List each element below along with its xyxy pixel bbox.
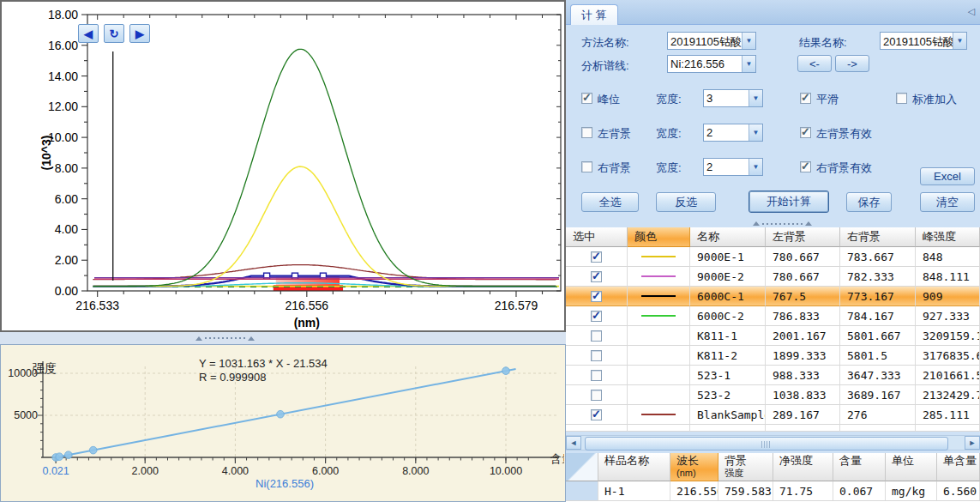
- splitter-handle[interactable]: [195, 336, 255, 341]
- sample-cell: 71.75: [773, 485, 813, 498]
- prev-line-button[interactable]: <-: [797, 55, 832, 72]
- right-bg-valid-checkbox[interactable]: [800, 161, 811, 172]
- select-all-corner-cell[interactable]: [566, 453, 598, 481]
- left-bg-width-combobox[interactable]: 2 ▼: [703, 124, 763, 142]
- clear-button[interactable]: 清空: [920, 192, 975, 212]
- right-bg-value: 782.333: [840, 270, 894, 283]
- left-arrow-icon: ◀: [84, 27, 93, 40]
- calibration-equation: Y = 1031.163 * X - 21.534: [199, 357, 328, 370]
- spectral-chart[interactable]: 0.002.004.006.008.0010.0012.0014.0016.00…: [2, 2, 564, 330]
- column-header-2[interactable]: 颜色: [628, 227, 690, 247]
- refresh-button[interactable]: ↻: [104, 24, 124, 43]
- table-row[interactable]: K811-21899.3335801.53176835.667: [566, 346, 980, 366]
- left-bg-value: 1899.333: [766, 349, 827, 362]
- column-header-1[interactable]: 选中: [566, 227, 628, 247]
- column-header-3[interactable]: 名称: [690, 227, 766, 247]
- sample-column-header-2[interactable]: 波长(nm): [670, 453, 718, 481]
- left-arrow-icon: ◄: [570, 438, 578, 447]
- analysis-line-combobox[interactable]: Ni:216.556 ▼: [667, 55, 756, 73]
- horizontal-splitter-right[interactable]: [566, 220, 980, 227]
- right-bg-width-combobox[interactable]: 2 ▼: [703, 158, 763, 176]
- row-checkbox[interactable]: [591, 370, 602, 381]
- table-row[interactable]: 9000E-1780.667783.667848: [566, 247, 980, 267]
- smooth-checkbox[interactable]: [800, 93, 811, 104]
- table-row[interactable]: 523-21038.8333689.1672132429.778: [566, 385, 980, 405]
- table-row[interactable]: 9000E-2780.667782.333848.111: [566, 267, 980, 287]
- left-bg-valid-checkbox[interactable]: [800, 127, 811, 138]
- chevron-down-icon[interactable]: ▼: [749, 90, 762, 106]
- left-background-checkbox[interactable]: [581, 127, 592, 138]
- left-bg-value: 988.333: [766, 369, 820, 382]
- calculation-panel: 计 算 ◁ 方法名称: 20191105钴酸 ▼ 结果名称: 20191105钴…: [566, 0, 980, 502]
- right-bg-value: 276: [840, 408, 867, 421]
- sample-name: 9000E-2: [690, 270, 744, 283]
- excel-export-button[interactable]: Excel: [920, 167, 975, 185]
- spectral-chart-panel[interactable]: 0.002.004.006.008.0010.0012.0014.0016.00…: [0, 0, 566, 332]
- tab-calculation[interactable]: 计 算: [570, 4, 618, 25]
- right-bg-valid-label: 右背景有效: [816, 160, 872, 176]
- series-color-line: [641, 295, 676, 297]
- right-bg-value: 784.167: [840, 310, 894, 323]
- row-checkbox[interactable]: [591, 291, 602, 302]
- collapse-panel-icon[interactable]: ◁: [968, 6, 975, 17]
- y-tick-label: 12.00: [48, 100, 78, 113]
- invert-selection-button[interactable]: 反选: [656, 192, 716, 212]
- x-tick-label: 6.000: [312, 465, 339, 477]
- chevron-down-icon[interactable]: ▼: [953, 33, 966, 49]
- x-tick-label: 0.021: [42, 465, 69, 477]
- column-header-6[interactable]: 峰强度: [916, 227, 980, 247]
- select-all-button[interactable]: 全选: [581, 192, 639, 212]
- scroll-left-button[interactable]: ◄: [566, 436, 581, 450]
- next-line-button[interactable]: ->: [835, 55, 869, 72]
- standard-addition-checkbox[interactable]: [896, 93, 907, 104]
- right-bg-value: 773.167: [840, 290, 894, 303]
- peak-width-combobox[interactable]: 3 ▼: [703, 89, 763, 107]
- sample-column-header-7[interactable]: 单含量: [937, 453, 980, 481]
- peak-position-checkbox[interactable]: [581, 93, 592, 104]
- save-button[interactable]: 保存: [846, 192, 892, 212]
- calibration-chart-panel[interactable]: 5000100000.0212.0004.0006.0008.00010.000…: [0, 344, 566, 502]
- row-checkbox[interactable]: [591, 311, 602, 322]
- row-checkbox[interactable]: [591, 390, 602, 401]
- scroll-right-button[interactable]: ►: [965, 436, 980, 450]
- splitter-handle[interactable]: [753, 221, 812, 226]
- peak-intensity-value: 909: [916, 290, 942, 303]
- row-checkbox[interactable]: [591, 409, 602, 420]
- splitter-arrow-icon: [753, 221, 760, 226]
- sample-column-header-6[interactable]: 单位: [886, 453, 937, 481]
- column-header-5[interactable]: 右背景: [840, 227, 916, 247]
- table-row[interactable]: 6000C-2786.833784.167927.333: [566, 306, 980, 326]
- refresh-icon: ↻: [110, 27, 119, 40]
- table-row[interactable]: 523-1988.3333647.3332101661.555: [566, 366, 980, 385]
- chevron-down-icon[interactable]: ▼: [742, 56, 755, 72]
- start-calculation-button[interactable]: 开始计算: [749, 191, 829, 213]
- chevron-down-icon[interactable]: ▼: [749, 159, 762, 175]
- width-label-1: 宽度:: [656, 92, 682, 107]
- sample-column-header-1[interactable]: 样品名称: [598, 453, 670, 481]
- content-axis-label: 含量(: [550, 452, 564, 465]
- table-row[interactable]: BlankSample1289.167276285.111: [566, 405, 980, 425]
- sample-column-header-5[interactable]: 含量: [833, 453, 886, 481]
- prev-spectrum-button[interactable]: ◀: [78, 24, 99, 43]
- y-tick-label: 18.00: [48, 8, 78, 21]
- results-table: 选中颜色名称左背景右背景峰强度9000E-1780.667783.6678489…: [566, 227, 980, 432]
- row-checkbox[interactable]: [591, 350, 602, 361]
- horizontal-splitter-left[interactable]: [0, 332, 566, 344]
- row-checkbox[interactable]: [591, 271, 602, 282]
- scrollbar-thumb[interactable]: [585, 437, 948, 451]
- chevron-down-icon[interactable]: ▼: [749, 124, 762, 141]
- right-background-checkbox[interactable]: [581, 161, 592, 172]
- horizontal-scrollbar[interactable]: ◄ ►: [566, 435, 980, 451]
- row-checkbox[interactable]: [591, 251, 602, 263]
- table-row[interactable]: K811-12001.1675801.6673209159.111: [566, 326, 980, 346]
- next-spectrum-button[interactable]: ▶: [129, 24, 150, 43]
- sample-row[interactable]: H-1216.556759.58371.750.067mg/kg6.560: [566, 481, 980, 501]
- column-header-4[interactable]: 左背景: [766, 227, 840, 247]
- sample-column-header-3[interactable]: 背景强度: [718, 453, 773, 481]
- table-row[interactable]: 6000C-1767.5773.167909: [566, 287, 980, 306]
- chevron-down-icon[interactable]: ▼: [742, 33, 755, 49]
- method-name-combobox[interactable]: 20191105钴酸 ▼: [667, 32, 756, 50]
- sample-column-header-4[interactable]: 净强度: [773, 453, 833, 481]
- result-name-combobox[interactable]: 20191105钴酸 ▼: [880, 32, 967, 50]
- row-checkbox[interactable]: [591, 330, 602, 342]
